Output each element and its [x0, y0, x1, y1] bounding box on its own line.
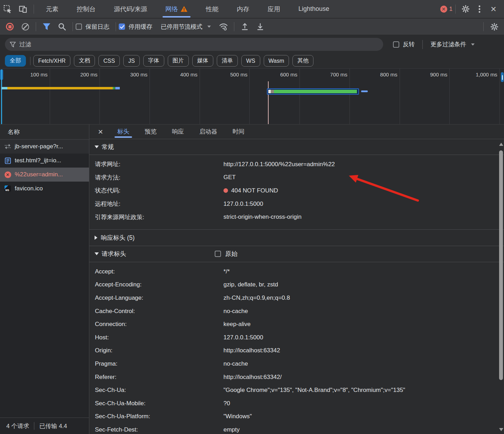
header-name: Sec-Ch-Ua-Platform: — [89, 413, 223, 420]
detail-tab-响应[interactable]: 响应 — [164, 124, 192, 139]
preserve-log-checkbox[interactable] — [76, 23, 82, 30]
import-har-icon[interactable] — [237, 20, 253, 34]
filter-chip-其他[interactable]: 其他 — [292, 55, 313, 67]
more-options-icon[interactable] — [472, 2, 486, 16]
network-settings-gear-icon[interactable] — [486, 20, 502, 34]
device-toolbar-icon[interactable] — [15, 2, 31, 16]
devtools-window: 元素控制台源代码/来源网络性能内存应用Lighthouse ✕ 1 × — [0, 0, 504, 434]
waterfall-bar-segment — [1, 87, 7, 89]
raw-headers-label[interactable]: 原始 — [225, 250, 237, 258]
filter-chip-Wasm[interactable]: Wasm — [264, 55, 289, 67]
request-row[interactable]: WSfavicon.ico — [0, 182, 89, 196]
search-icon[interactable] — [54, 20, 70, 34]
header-name: 状态代码: — [89, 187, 223, 195]
filter-chip-全部[interactable]: 全部 — [5, 55, 26, 67]
tab-元素[interactable]: 元素 — [37, 0, 68, 18]
header-value: http://localhost:63342 — [223, 347, 280, 354]
timeline-tick: 1,000 ms — [450, 69, 500, 124]
network-overview-timeline[interactable]: 100 ms200 ms300 ms400 ms500 ms600 ms700 … — [0, 69, 504, 124]
name-column-header[interactable]: 名称 — [0, 124, 89, 140]
request-row[interactable]: test.html?_ijt=io... — [0, 154, 89, 168]
detail-tab-标头[interactable]: 标头 — [110, 124, 137, 139]
tab-网络[interactable]: 网络 — [156, 0, 197, 18]
invert-filter-label[interactable]: 反转 — [403, 40, 415, 48]
tab-性能[interactable]: 性能 — [197, 0, 228, 18]
response-headers-title: 响应标头 (5) — [101, 233, 134, 242]
header-value-text: http://localhost:63342/ — [223, 374, 282, 380]
chevron-down-icon[interactable] — [471, 43, 475, 46]
filter-chip-媒体[interactable]: 媒体 — [192, 55, 213, 67]
raw-headers-checkbox[interactable] — [215, 251, 221, 257]
error-count-badge[interactable]: ✕ 1 — [440, 6, 453, 13]
header-value: 127.0.0.1:5000 — [223, 201, 263, 208]
export-har-icon[interactable] — [253, 20, 268, 34]
chevron-down-icon[interactable] — [207, 26, 211, 28]
detail-tab-预览[interactable]: 预览 — [137, 124, 164, 139]
network-conditions-icon[interactable] — [216, 20, 231, 34]
requests-count: 4 个请求 — [6, 422, 29, 430]
request-headers-title: 请求标头 — [102, 250, 126, 258]
request-row[interactable]: ✕%22user=admin... — [0, 168, 89, 182]
clear-network-log-icon[interactable] — [18, 20, 33, 34]
header-row: 引荐来源网址政策:strict-origin-when-cross-origin — [89, 210, 504, 224]
filter-chip-文档[interactable]: 文档 — [74, 55, 95, 67]
waterfall-selected-bar[interactable] — [267, 88, 359, 95]
devtools-topbar: 元素控制台源代码/来源网络性能内存应用Lighthouse ✕ 1 × — [0, 0, 504, 18]
header-value: "Windows" — [223, 413, 252, 420]
close-detail-icon[interactable]: × — [91, 124, 110, 139]
detail-scrollbar[interactable] — [499, 140, 504, 434]
tab-label: 内存 — [237, 5, 249, 13]
response-headers-section-header[interactable]: 响应标头 (5) — [89, 229, 504, 246]
filter-input[interactable]: 过滤 — [5, 38, 383, 51]
filter-chip-字体[interactable]: 字体 — [143, 55, 164, 67]
tab-控制台[interactable]: 控制台 — [68, 0, 105, 18]
detail-tab-时间[interactable]: 时间 — [225, 124, 252, 139]
header-row: Accept-Language:zh-CN,zh;q=0.9,en;q=0.8 — [89, 291, 504, 305]
scroll-up-icon[interactable] — [499, 143, 503, 146]
request-name: jb-server-page?r... — [15, 143, 63, 150]
scroll-down-icon[interactable] — [499, 428, 503, 431]
filter-chip-JS[interactable]: JS — [123, 55, 140, 67]
general-section-header[interactable]: 常规 — [89, 139, 504, 155]
waterfall-bar-segment — [361, 90, 368, 92]
tab-应用[interactable]: 应用 — [258, 0, 289, 18]
header-row: Sec-Fetch-Dest:empty — [89, 423, 504, 434]
overview-right-handle-icon[interactable] — [501, 72, 504, 82]
waterfall-bar-segment — [7, 87, 113, 89]
header-name: Origin: — [89, 347, 223, 354]
disable-cache-label[interactable]: 停用缓存 — [129, 23, 152, 31]
inspect-element-icon[interactable] — [0, 2, 15, 16]
filter-toggle-icon[interactable] — [39, 20, 54, 34]
disable-cache-checkbox[interactable] — [119, 23, 125, 30]
filter-chip-Fetch/XHR[interactable]: Fetch/XHR — [33, 55, 70, 67]
request-headers-section-header[interactable]: 请求标头 原始 — [89, 246, 504, 262]
header-name: Connection: — [89, 321, 223, 328]
close-devtools-icon[interactable]: × — [486, 2, 500, 16]
header-row: Host:127.0.0.1:5000 — [89, 331, 504, 344]
header-name: Cache-Control: — [89, 308, 223, 315]
tab-label: 应用 — [268, 5, 280, 13]
filter-chip-清单[interactable]: 清单 — [217, 55, 238, 67]
filter-chip-图片[interactable]: 图片 — [168, 55, 189, 67]
header-name: Accept-Language: — [89, 294, 223, 301]
header-name: Sec-Ch-Ua: — [89, 387, 223, 394]
settings-gear-icon[interactable] — [458, 2, 472, 16]
tab-源代码/来源[interactable]: 源代码/来源 — [105, 0, 156, 18]
tab-label: 性能 — [206, 5, 219, 13]
filter-row: 过滤 反转 更多过滤条件 — [0, 35, 504, 53]
tab-内存[interactable]: 内存 — [228, 0, 258, 18]
filter-chip-CSS[interactable]: CSS — [98, 55, 120, 67]
filter-chip-WS[interactable]: WS — [241, 55, 260, 67]
invert-filter-checkbox[interactable] — [393, 41, 399, 48]
header-value-text: */* — [223, 268, 230, 275]
request-row[interactable]: jb-server-page?r... — [0, 140, 89, 154]
detail-tab-启动器[interactable]: 启动器 — [192, 124, 225, 139]
throttling-select[interactable]: 已停用节流模式 — [161, 23, 202, 31]
scrollbar-thumb[interactable] — [499, 150, 503, 380]
tab-Lighthouse[interactable]: Lighthouse — [289, 0, 338, 18]
header-row: Cache-Control:no-cache — [89, 305, 504, 318]
timeline-tick: 900 ms — [400, 69, 450, 124]
preserve-log-label[interactable]: 保留日志 — [85, 23, 109, 31]
more-filters-button[interactable]: 更多过滤条件 — [430, 40, 466, 48]
record-network-log-icon[interactable] — [2, 20, 18, 34]
